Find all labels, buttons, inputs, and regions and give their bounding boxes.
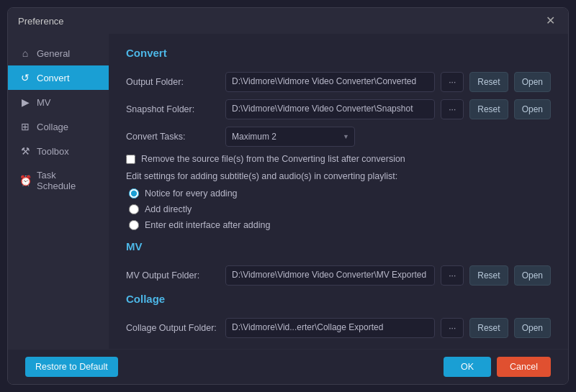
radio-notice[interactable] [129,188,139,199]
output-folder-path: D:\Vidmore\Vidmore Video Converter\Conve… [225,72,435,92]
main-content: Convert Output Folder: D:\Vidmore\Vidmor… [109,34,568,349]
general-icon: ⌂ [19,47,31,59]
radio-row-enter-edit: Enter edit interface after adding [129,220,551,230]
output-folder-label: Output Folder: [126,77,220,87]
convert-tasks-label: Convert Tasks: [126,132,220,142]
sidebar-item-collage[interactable]: ⊞ Collage [8,114,109,139]
radio-group: Notice for every adding Add directly Ent… [126,188,551,230]
radio-add-directly-label: Add directly [145,204,192,214]
convert-tasks-select[interactable]: Maximum 1 Maximum 2 Maximum 3 Maximum 4 [225,127,355,147]
toolbox-icon: ⚒ [19,145,31,157]
collage-folder-reset-button[interactable]: Reset [469,318,508,338]
convert-section-title: Convert [126,47,551,62]
convert-tasks-select-wrapper: Maximum 1 Maximum 2 Maximum 3 Maximum 4 [225,127,355,147]
footer: Restore to Default OK Cancel [8,349,568,384]
collage-icon: ⊞ [19,121,31,132]
mv-icon: ▶ [19,96,31,108]
collage-output-folder-label: Collage Output Folder: [126,323,220,333]
mv-section-title: MV [126,240,551,255]
dialog-body: ⌂ General ↺ Convert ▶ MV ⊞ Collage ⚒ Too… [8,34,568,349]
convert-tasks-row: Convert Tasks: Maximum 1 Maximum 2 Maxim… [126,127,551,147]
sidebar-item-label: Task Schedule [37,170,97,191]
sidebar-item-toolbox[interactable]: ⚒ Toolbox [8,139,109,163]
radio-enter-edit-label: Enter edit interface after adding [145,220,270,230]
footer-right-buttons: OK Cancel [444,357,551,377]
output-folder-row: Output Folder: D:\Vidmore\Vidmore Video … [126,72,551,92]
mv-folder-browse-button[interactable]: ··· [441,265,464,286]
output-folder-open-button[interactable]: Open [514,72,551,92]
sidebar-item-convert[interactable]: ↺ Convert [8,65,109,90]
dialog-title: Preference [18,16,64,27]
snapshot-folder-reset-button[interactable]: Reset [469,99,508,119]
snapshot-folder-path: D:\Vidmore\Vidmore Video Converter\Snaps… [225,99,435,119]
sidebar-item-label: MV [37,97,51,108]
convert-icon: ↺ [19,72,31,83]
title-bar: Preference ✕ [8,8,568,34]
output-folder-reset-button[interactable]: Reset [469,72,508,92]
mv-folder-reset-button[interactable]: Reset [469,265,508,286]
snapshot-folder-label: Snapshot Folder: [126,104,220,114]
sidebar-item-label: Toolbox [37,146,69,157]
remove-source-label: Remove the source file(s) from the Conve… [141,154,405,164]
sidebar-item-general[interactable]: ⌂ General [8,41,109,65]
task-schedule-icon: ⏰ [19,175,31,186]
mv-output-folder-label: MV Output Folder: [126,270,220,281]
snapshot-folder-row: Snapshot Folder: D:\Vidmore\Vidmore Vide… [126,99,551,119]
radio-add-directly[interactable] [129,204,139,214]
cancel-button[interactable]: Cancel [497,357,551,377]
sidebar-item-label: Collage [37,122,68,132]
remove-source-checkbox[interactable] [126,155,135,164]
radio-notice-label: Notice for every adding [145,188,238,199]
mv-folder-open-button[interactable]: Open [514,265,551,286]
sidebar-item-label: Convert [37,73,70,83]
output-folder-browse-button[interactable]: ··· [441,72,464,92]
snapshot-folder-browse-button[interactable]: ··· [441,99,464,119]
sidebar: ⌂ General ↺ Convert ▶ MV ⊞ Collage ⚒ Too… [8,34,109,349]
restore-default-button[interactable]: Restore to Default [25,357,118,377]
preference-dialog: Preference ✕ ⌂ General ↺ Convert ▶ MV ⊞ … [7,7,569,385]
mv-output-folder-row: MV Output Folder: D:\Vidmore\Vidmore Vid… [126,265,551,286]
sidebar-item-mv[interactable]: ▶ MV [8,90,109,114]
close-button[interactable]: ✕ [543,14,558,28]
mv-output-folder-path: D:\Vidmore\Vidmore Video Converter\MV Ex… [225,265,435,286]
collage-output-folder-path: D:\Vidmore\Vid...erter\Collage Exported [225,318,435,338]
edit-settings-label: Edit settings for adding subtitle(s) and… [126,171,551,181]
radio-enter-edit[interactable] [129,220,139,230]
remove-source-row: Remove the source file(s) from the Conve… [126,154,551,164]
collage-folder-browse-button[interactable]: ··· [441,318,464,338]
sidebar-item-task-schedule[interactable]: ⏰ Task Schedule [8,163,109,198]
collage-folder-open-button[interactable]: Open [514,318,551,338]
ok-button[interactable]: OK [444,357,491,377]
collage-section-title: Collage [126,293,551,308]
radio-row-add-directly: Add directly [129,204,551,214]
sidebar-item-label: General [37,48,70,59]
snapshot-folder-open-button[interactable]: Open [514,99,551,119]
collage-output-folder-row: Collage Output Folder: D:\Vidmore\Vid...… [126,318,551,338]
radio-row-notice: Notice for every adding [129,188,551,199]
